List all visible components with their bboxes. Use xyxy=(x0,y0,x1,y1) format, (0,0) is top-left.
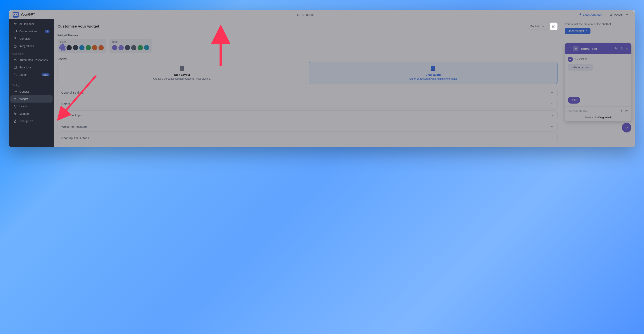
chat-bot-avatar-icon xyxy=(573,46,578,51)
swatch[interactable] xyxy=(131,45,136,50)
layout-chat[interactable]: Chat layout Quick chat system with minim… xyxy=(309,62,558,84)
sidebar-item-debug[interactable]: Debug Lab xyxy=(10,118,52,125)
svg-point-3 xyxy=(611,13,612,14)
flask-icon xyxy=(14,119,17,123)
swatch[interactable] xyxy=(79,45,84,50)
swatch[interactable] xyxy=(118,45,124,50)
svg-rect-0 xyxy=(298,14,300,16)
chat-input[interactable]: Ask your query... xyxy=(565,106,632,115)
svg-rect-19 xyxy=(570,59,571,60)
theme-dark[interactable]: Dark xyxy=(110,39,152,53)
leads-icon xyxy=(14,105,17,108)
app-header: YourGPT Chatbots Latest Updates Account xyxy=(9,10,635,19)
external-link-icon xyxy=(585,30,588,32)
swatch[interactable] xyxy=(66,45,72,50)
swatch[interactable] xyxy=(98,45,104,50)
language-select[interactable]: English xyxy=(527,23,548,30)
contact-icon xyxy=(14,37,17,40)
gear-icon xyxy=(14,90,17,93)
mic-icon[interactable] xyxy=(620,109,623,112)
swatch[interactable] xyxy=(73,45,78,50)
dark-swatches xyxy=(112,45,149,50)
svg-point-12 xyxy=(15,99,15,99)
main-content: Customise your widget English Widget The… xyxy=(54,19,561,147)
new-badge: New xyxy=(42,73,50,76)
settings-gear-button[interactable] xyxy=(550,22,558,30)
trash-icon[interactable] xyxy=(620,47,623,50)
svg-point-8 xyxy=(14,74,14,74)
preview-note: This is just the preview of the chatbot. xyxy=(565,22,632,26)
theme-light[interactable]: Light xyxy=(58,39,106,53)
close-icon[interactable] xyxy=(625,47,628,50)
light-swatches xyxy=(60,45,104,50)
bell-icon xyxy=(579,13,582,16)
image-icon[interactable] xyxy=(625,109,628,113)
preview-panel: This is just the preview of the chatbot.… xyxy=(561,19,635,147)
bot-avatar-icon xyxy=(568,57,573,62)
sidebar-divider xyxy=(12,80,52,80)
themes-label: Widget Themes xyxy=(58,34,558,37)
translate-icon[interactable] xyxy=(614,47,618,50)
chat-fab[interactable] xyxy=(622,123,632,133)
sidebar-item-contacts[interactable]: Contacts xyxy=(10,35,52,42)
sidebar-section-automation: Automation xyxy=(9,50,54,56)
brand[interactable]: YourGPT xyxy=(12,11,35,17)
chat-powered-by: Powered By Dragon ball xyxy=(565,115,632,121)
accordion-welcome-message[interactable]: Welcome message xyxy=(58,122,558,132)
layout-tabs[interactable]: Tabs Layout Create a personalised homepa… xyxy=(58,62,306,84)
swatch[interactable] xyxy=(112,45,117,50)
sidebar-item-leads[interactable]: Leads xyxy=(10,103,52,110)
svg-point-2 xyxy=(299,15,299,15)
chat-input-placeholder: Ask your query... xyxy=(568,109,618,112)
layout-label: Layout xyxy=(58,57,558,60)
sidebar-item-integrations[interactable]: Integrations xyxy=(10,42,52,50)
accordion-chat-input[interactable]: Chat Input & Buttons xyxy=(58,133,558,143)
svg-point-6 xyxy=(15,38,16,39)
puzzle-icon xyxy=(14,44,17,48)
swatch[interactable] xyxy=(125,45,130,50)
gear-icon xyxy=(552,24,556,28)
chevron-down-icon xyxy=(550,125,554,128)
latest-updates-button[interactable]: Latest Updates xyxy=(576,12,604,17)
sidebar-item-conversations[interactable]: Conversations5 xyxy=(10,28,52,35)
sidebar-item-studio[interactable]: StudioNew xyxy=(10,71,52,78)
swatch[interactable] xyxy=(138,45,143,50)
svg-point-22 xyxy=(626,110,626,111)
reply-icon xyxy=(14,58,17,62)
accordion-colors[interactable]: Colors xyxy=(58,99,558,109)
accordion-welcome-popup[interactable]: Welcome Popup xyxy=(58,110,558,120)
sidebar: AI Helpdesk Conversations5 Contacts Inte… xyxy=(9,19,54,147)
chat-sender: YourGPT AI xyxy=(568,57,628,62)
svg-point-1 xyxy=(298,15,298,15)
swatch[interactable] xyxy=(92,45,97,50)
swatch[interactable] xyxy=(86,45,91,50)
tabs-thumbnail-icon xyxy=(180,66,184,71)
chevron-down-icon xyxy=(542,25,545,28)
function-icon xyxy=(14,66,17,69)
chevron-down-icon xyxy=(624,126,628,130)
sidebar-item-widget[interactable]: Widget xyxy=(10,95,52,103)
brand-name: YourGPT xyxy=(20,12,35,16)
svg-point-13 xyxy=(16,99,16,99)
svg-point-16 xyxy=(16,113,16,114)
sidebar-item-helpdesk[interactable]: AI Helpdesk xyxy=(10,20,52,27)
page-title: Customise your widget xyxy=(58,24,99,28)
accordion-general[interactable]: General Settings xyxy=(58,88,558,97)
sidebar-item-automated-responses[interactable]: Automated Responses xyxy=(10,56,52,64)
svg-point-10 xyxy=(15,91,16,92)
svg-rect-20 xyxy=(621,110,622,111)
sidebar-item-functions[interactable]: Functions xyxy=(10,64,52,71)
chat-message-out: Hello xyxy=(568,97,580,104)
breadcrumb[interactable]: Chatbots xyxy=(297,13,314,16)
chevron-down-icon xyxy=(626,13,628,16)
account-menu[interactable]: Account xyxy=(607,12,632,17)
swatch[interactable] xyxy=(60,45,65,50)
back-arrow-icon[interactable] xyxy=(568,47,571,50)
sidebar-item-general[interactable]: General xyxy=(10,88,52,95)
swatch[interactable] xyxy=(144,45,149,50)
sparkle-icon xyxy=(14,22,17,26)
chat-icon xyxy=(14,29,17,33)
sidebar-item-member[interactable]: Member xyxy=(10,110,52,117)
open-widget-button[interactable]: Open Widget xyxy=(565,28,590,34)
chevron-down-icon xyxy=(550,102,554,106)
